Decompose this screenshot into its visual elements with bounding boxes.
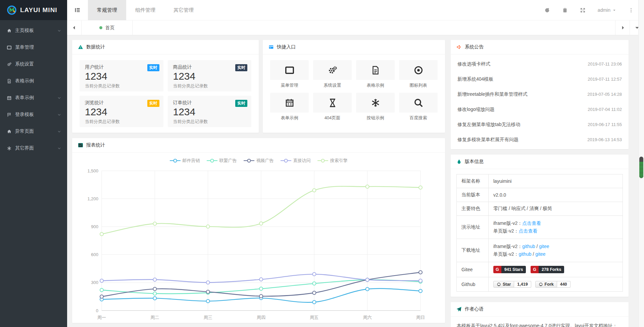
svg-text:周一: 周一	[97, 315, 106, 320]
sidebar-item-系统设置[interactable]: 系统设置	[0, 56, 67, 73]
link-点击查看[interactable]: 点击查看	[522, 220, 541, 226]
sidebar-item-label: 表单示例	[15, 95, 34, 101]
quick-entry-表格示例[interactable]: 表格示例	[356, 60, 395, 93]
notice-item[interactable]: 新增系统404模板 2019-07-11 12:57	[451, 72, 629, 87]
notice-item[interactable]: 修复左侧菜单缩放tab无法移动 2019-06-17 11:55	[451, 117, 629, 132]
quick-entry-百度搜索[interactable]: 百度搜索	[399, 93, 438, 125]
module-tab-组件管理[interactable]: 组件管理	[126, 0, 164, 20]
link-点击查看[interactable]: 点击查看	[518, 228, 537, 234]
page-scrollbar[interactable]	[638, 0, 644, 327]
chevron-down-icon	[57, 96, 61, 100]
notice-text: 新增系统404模板	[457, 76, 493, 82]
stat-desc: 当前分类总记录数	[173, 119, 246, 125]
sidebar-item-label: 表格示例	[15, 78, 34, 84]
scrollbar-thumb-stripes	[639, 162, 643, 178]
more-menu-button[interactable]	[628, 7, 634, 13]
hourglass-icon	[328, 98, 338, 108]
legend-item-视频广告[interactable]: 视频广告	[244, 158, 274, 164]
app-logo[interactable]: LAYUI MINI	[0, 0, 67, 20]
legend-item-搜索引擎[interactable]: 搜索引擎	[317, 158, 348, 164]
quick-entry-404页面[interactable]: 404页面	[313, 93, 352, 125]
author-line1: 本模板基于layui2.5.4以及font-awesome-4.7.0进行实现。…	[457, 323, 617, 327]
realtime-badge: 实时	[147, 64, 159, 71]
notice-item[interactable]: 修复多模块菜单栏展开有问题 2019-06-13 14:53	[451, 132, 629, 147]
quick-entry-tile[interactable]	[270, 93, 309, 113]
module-tab-其它管理[interactable]: 其它管理	[164, 0, 203, 20]
legend-item-邮件营销[interactable]: 邮件营销	[170, 158, 200, 164]
gitee-badge[interactable]: G278 Forks	[531, 266, 564, 273]
quick-entry-tile[interactable]	[399, 60, 438, 80]
notice-item[interactable]: 修改选项卡样式 2019-07-11 23:06	[451, 56, 629, 72]
chevron-down-icon	[57, 130, 61, 133]
notice-item[interactable]: 修改logo缩放问题 2019-07-04 11:02	[451, 102, 629, 117]
sidebar-item-其它界面[interactable]: 其它界面	[0, 140, 67, 157]
quick-entry-tile[interactable]	[313, 93, 352, 113]
svg-text:0: 0	[96, 308, 98, 313]
sidebar: LAYUI MINI 主页模板 菜单管理 系统设置 表格示例 表单示例 登录模板…	[0, 0, 67, 327]
version-row: GithubStar1,419Fork440	[457, 277, 623, 292]
quick-entry-按钮示例[interactable]: 按钮示例	[356, 93, 395, 125]
search-icon	[413, 98, 424, 108]
sidebar-item-异常页面[interactable]: 异常页面	[0, 123, 67, 140]
collapse-menu-button[interactable]	[67, 0, 88, 20]
link-gitee[interactable]: gitee	[539, 244, 549, 249]
tab-home[interactable]: 首页	[82, 21, 133, 35]
link-github[interactable]: github	[518, 251, 531, 257]
fullscreen-button[interactable]	[580, 7, 586, 13]
notice-time: 2019-07-11 12:57	[588, 77, 622, 82]
quick-entry-菜单管理[interactable]: 菜单管理	[270, 60, 309, 93]
link-github[interactable]: github	[522, 244, 535, 249]
quick-entry-tile[interactable]	[356, 60, 395, 80]
link-prefix: 单页版-v2：	[493, 251, 518, 257]
stat-value: 1234	[85, 71, 158, 82]
version-row-label: 当前版本	[457, 188, 489, 202]
legend-item-直接访问[interactable]: 直接访问	[281, 158, 311, 164]
clear-cache-button[interactable]	[562, 7, 568, 13]
scrollbar-thumb[interactable]	[639, 157, 643, 178]
sidebar-item-表单示例[interactable]: 表单示例	[0, 89, 67, 106]
svg-text:周二: 周二	[150, 315, 159, 320]
github-Star-count[interactable]: 1,419	[514, 281, 531, 288]
github-Star-button[interactable]: Star	[493, 281, 514, 288]
sidebar-item-登录模板[interactable]: 登录模板	[0, 106, 67, 123]
version-card: 版本信息 框架名称layuimini当前版本v2.0.0主要特色零门槛 / 响应…	[451, 155, 629, 297]
stat-value: 1234	[173, 71, 246, 82]
version-row: GiteeG941 StarsG278 Forks	[457, 262, 623, 277]
stat-box-订单统计[interactable]: 订单统计 1234 当前分类总记录数 实时	[168, 96, 252, 127]
report-card-title: 报表统计	[86, 142, 105, 148]
stat-box-用户统计[interactable]: 用户统计 1234 当前分类总记录数 实时	[80, 60, 163, 91]
quick-entry-tile[interactable]	[356, 93, 395, 113]
quick-entry-系统设置[interactable]: 系统设置	[313, 60, 352, 93]
tab-scroll-right-button[interactable]	[615, 21, 630, 35]
notice-item[interactable]: 新增treetable插件和菜单管理样式 2019-07-05 14:28	[451, 87, 629, 102]
stat-box-商品统计[interactable]: 商品统计 1234 当前分类总记录数 实时	[168, 60, 252, 91]
quick-entry-label: 按钮示例	[356, 115, 395, 121]
tab-scroll-left-button[interactable]	[67, 21, 82, 35]
quick-entry-图标列表[interactable]: 图标列表	[399, 60, 438, 93]
circledot-icon	[413, 65, 424, 75]
legend-item-联盟广告[interactable]: 联盟广告	[207, 158, 237, 164]
notice-time: 2019-07-04 11:02	[588, 107, 622, 112]
github-Fork-count[interactable]: 440	[557, 281, 571, 288]
sidebar-item-主页模板[interactable]: 主页模板	[0, 22, 67, 39]
gitee-badge[interactable]: G941 Stars	[493, 266, 526, 273]
quick-entry-tile[interactable]	[270, 60, 309, 80]
chevron-down-icon	[57, 147, 61, 150]
sidebar-item-菜单管理[interactable]: 菜单管理	[0, 39, 67, 56]
module-tab-常规管理[interactable]: 常规管理	[88, 0, 126, 20]
version-row: 当前版本v2.0.0	[457, 188, 623, 202]
stat-desc: 当前分类总记录数	[173, 83, 246, 89]
quick-entry-label: 菜单管理	[270, 82, 309, 88]
github-octocat-icon	[539, 282, 543, 287]
quick-entry-tile[interactable]	[313, 60, 352, 80]
notice-text: 新增treetable插件和菜单管理样式	[457, 91, 527, 97]
report-chart[interactable]: 周一周二周三周四周五周六周日03006009001,2001,500	[72, 164, 445, 323]
link-gitee[interactable]: gitee	[535, 251, 545, 257]
github-Fork-button[interactable]: Fork	[535, 281, 557, 288]
stat-box-浏览统计[interactable]: 浏览统计 1234 当前分类总记录数 实时	[80, 96, 163, 127]
sidebar-item-表格示例[interactable]: 表格示例	[0, 73, 67, 89]
quick-entry-表单示例[interactable]: 表单示例	[270, 93, 309, 125]
refresh-button[interactable]	[544, 7, 550, 13]
quick-entry-tile[interactable]	[399, 93, 438, 113]
user-menu[interactable]: admin	[598, 7, 616, 13]
